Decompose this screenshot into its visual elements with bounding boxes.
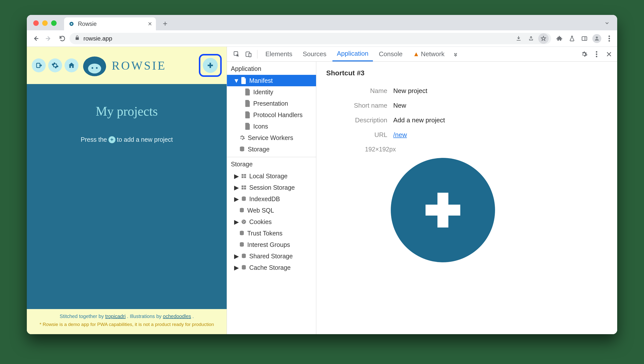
inspect-element-button[interactable] [232, 49, 242, 59]
sidepanel-button[interactable] [579, 33, 590, 44]
sidebar-label: Service Workers [248, 134, 293, 141]
avatar-icon [592, 34, 601, 43]
devtools-settings-button[interactable] [579, 49, 590, 59]
devtools-close-button[interactable] [604, 49, 614, 59]
sidebar-item-cache-storage[interactable]: ▶ Cache Storage [227, 262, 316, 273]
add-project-button[interactable] [203, 58, 218, 73]
minimize-window-button[interactable] [42, 20, 48, 26]
maximize-window-button[interactable] [51, 20, 56, 26]
sidebar-section-application: Application [227, 62, 316, 75]
footer-disclaimer: * Rowsie is a demo app for PWA capabilit… [29, 322, 224, 327]
address-bar: rowsie.app [27, 30, 617, 47]
export-button[interactable] [32, 58, 46, 72]
svg-point-13 [86, 59, 92, 64]
svg-point-20 [596, 56, 597, 57]
page-body: My projects Press the + to add a new pro… [27, 84, 227, 309]
sidebar-label: Storage [248, 146, 270, 153]
page-viewport: ROWSIE My projects Press the + to add a … [27, 47, 227, 334]
tab-title: Rowsie [78, 21, 96, 27]
extensions-button[interactable] [554, 33, 565, 44]
close-window-button[interactable] [33, 20, 39, 26]
labs-button[interactable] [566, 33, 578, 44]
footer-author1-link[interactable]: tropicadri [105, 313, 126, 319]
content-area: ROWSIE My projects Press the + to add a … [27, 47, 617, 334]
profile-button[interactable] [591, 33, 602, 44]
svg-rect-23 [244, 174, 246, 176]
lock-icon [74, 35, 80, 42]
svg-point-35 [243, 222, 244, 223]
detail-row-shortname: Short name New [326, 102, 607, 109]
sidebar-label: Web SQL [247, 207, 274, 214]
sidebar-item-identity[interactable]: Identity [227, 86, 316, 98]
sidebar-item-shared-storage[interactable]: ▶ Shared Storage [227, 250, 316, 262]
tab-overflow[interactable] [603, 19, 611, 27]
svg-point-11 [92, 67, 93, 69]
install-app-button[interactable] [514, 33, 524, 44]
sidebar-label: Shared Storage [249, 253, 293, 260]
detail-label: Name [326, 87, 393, 95]
svg-point-5 [608, 35, 610, 37]
sidebar-item-icons[interactable]: Icons [227, 121, 316, 132]
svg-point-14 [97, 59, 104, 64]
settings-button[interactable] [48, 58, 62, 72]
footer-mid: . Illustrations by [127, 313, 163, 319]
hint-prefix: Press the [81, 136, 107, 143]
sidebar-item-websql[interactable]: Web SQL [227, 205, 316, 216]
caret-right-icon: ▶ [234, 172, 238, 180]
footer-author2-link[interactable]: ochedoodles [163, 313, 191, 319]
sidebar-item-storage-root[interactable]: Storage [227, 143, 316, 155]
home-button[interactable] [64, 58, 78, 72]
sidebar-item-indexeddb[interactable]: ▶ IndexedDB [227, 193, 316, 205]
new-tab-button[interactable]: + [161, 20, 169, 27]
database-icon [239, 146, 245, 152]
sidebar-item-trust-tokens[interactable]: Trust Tokens [227, 228, 316, 239]
file-icon [245, 89, 251, 95]
close-tab-button[interactable]: × [148, 20, 152, 28]
browser-window: Rowsie × + rowsie.app [27, 15, 617, 334]
sidebar-label: Session Storage [249, 184, 295, 191]
share-button[interactable] [526, 33, 536, 44]
svg-point-12 [96, 67, 98, 69]
favicon-icon [68, 20, 75, 27]
bookmark-button[interactable] [538, 33, 549, 44]
sidebar-label: Protocol Handlers [253, 111, 303, 119]
devtools-tab-application[interactable]: Application [332, 47, 373, 61]
devtools-menu-button[interactable] [591, 49, 602, 59]
svg-point-19 [596, 54, 597, 55]
sidebar-item-protocol-handlers[interactable]: Protocol Handlers [227, 109, 316, 121]
svg-rect-26 [242, 186, 244, 187]
device-toolbar-button[interactable] [243, 49, 254, 59]
caret-down-icon: ▼ [234, 77, 238, 84]
sidebar-item-local-storage[interactable]: ▶ Local Storage [227, 170, 316, 182]
browser-tab[interactable]: Rowsie × [64, 18, 156, 30]
sidebar-item-session-storage[interactable]: ▶ Session Storage [227, 182, 316, 193]
devtools-tab-console[interactable]: Console [374, 47, 407, 61]
application-sidebar: Application ▼ Manifest Identity Presenta… [227, 62, 316, 334]
svg-rect-29 [244, 188, 246, 190]
devtools-tab-network[interactable]: ▲ Network [408, 47, 449, 61]
more-tabs-button[interactable] [450, 49, 461, 59]
file-icon [241, 77, 247, 84]
back-button[interactable] [29, 33, 42, 45]
detail-row-description: Description Add a new project [326, 116, 607, 124]
page-hint: Press the + to add a new project [81, 136, 173, 143]
sidebar-item-interest-groups[interactable]: Interest Groups [227, 239, 316, 250]
devtools-tab-elements[interactable]: Elements [261, 47, 297, 61]
sidebar-item-cookies[interactable]: ▶ Cookies [227, 216, 316, 228]
detail-url-link[interactable]: /new [393, 131, 407, 138]
svg-rect-2 [582, 37, 587, 40]
sidebar-item-manifest[interactable]: ▼ Manifest [227, 75, 316, 86]
reload-button[interactable] [56, 33, 68, 45]
sidebar-item-presentation[interactable]: Presentation [227, 98, 316, 109]
detail-label: Short name [326, 102, 393, 109]
url-input[interactable]: rowsie.app [70, 33, 551, 44]
tab-bar: Rowsie × + [27, 15, 617, 30]
devtools-body: Application ▼ Manifest Identity Presenta… [227, 62, 617, 334]
svg-point-34 [244, 221, 245, 222]
sidebar-item-service-workers[interactable]: Service Workers [227, 132, 316, 143]
toolbar-icons [554, 33, 615, 44]
devtools-tab-sources[interactable]: Sources [298, 47, 331, 61]
menu-button[interactable] [604, 33, 615, 44]
sidebar-label: Manifest [249, 77, 272, 84]
detail-value: Add a new project [393, 116, 445, 124]
